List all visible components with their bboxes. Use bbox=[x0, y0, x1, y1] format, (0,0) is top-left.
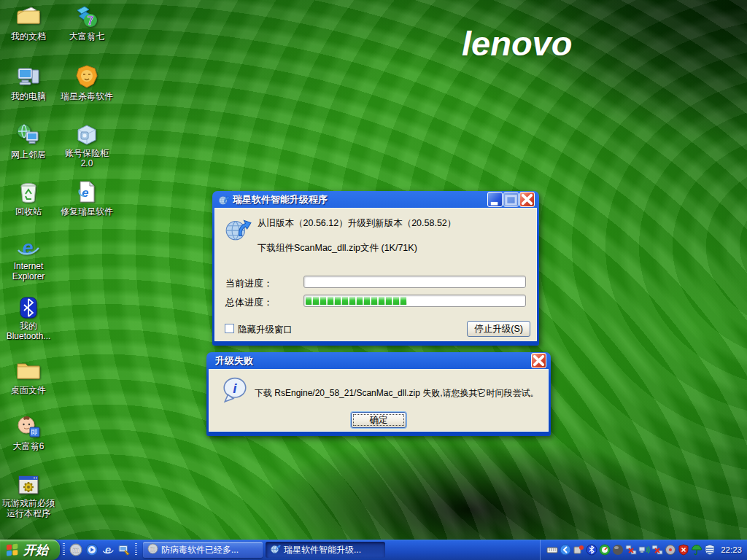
ie-small-quicklaunch-icon[interactable]: e bbox=[101, 543, 115, 556]
tray-icon-area bbox=[546, 544, 716, 556]
quick-launch-bar: me bbox=[68, 543, 132, 556]
download-line: 下载组件ScanMac_dll.zip文件 (1K/71K) bbox=[258, 242, 417, 254]
upgrade-failed-title: 升级失败 bbox=[215, 354, 530, 368]
repair-rising-icon: e bbox=[58, 179, 115, 204]
task-button-area: m防病毒软件已经多...瑞星软件智能升级... bbox=[140, 542, 385, 558]
minimize-icon bbox=[488, 192, 502, 206]
desktop-icon-label: 我的电脑 bbox=[11, 91, 46, 101]
network-offline-tray-icon[interactable] bbox=[625, 544, 637, 556]
desktop-icon-label: 桌面文件 bbox=[11, 385, 46, 395]
maxthon-quicklaunch-icon[interactable]: m bbox=[69, 543, 82, 556]
close-icon bbox=[520, 192, 534, 206]
rising-umbrella-tray-icon[interactable] bbox=[691, 544, 703, 556]
rising-shield-tray-icon[interactable] bbox=[704, 544, 716, 556]
desktop-icon-account-safe[interactable]: 账号保险柜2.0 bbox=[58, 122, 115, 169]
account-safe-icon bbox=[58, 122, 115, 147]
globe-small-icon bbox=[270, 543, 281, 556]
quicklaunch-handle[interactable] bbox=[63, 543, 65, 556]
desktop-files-icon bbox=[0, 358, 57, 383]
network-offline2-tray-icon[interactable] bbox=[651, 544, 663, 556]
start-button-label: 开始 bbox=[23, 542, 48, 559]
network-places-icon bbox=[0, 122, 57, 147]
svg-text:m: m bbox=[73, 546, 80, 554]
show-desktop-quicklaunch-icon[interactable] bbox=[117, 543, 131, 556]
my-bluetooth-icon bbox=[0, 295, 57, 320]
hide-window-checkbox[interactable] bbox=[225, 324, 234, 333]
ok-button[interactable]: 确定 bbox=[351, 412, 406, 428]
desktop-icon-label: 账号保险柜2.0 bbox=[65, 148, 109, 168]
total-progress-bar bbox=[303, 295, 526, 307]
collapse-chevron-tray-icon[interactable] bbox=[560, 544, 571, 556]
desktop-icon-desktop-files[interactable]: 桌面文件 bbox=[0, 358, 57, 396]
start-button[interactable]: 开始 bbox=[0, 540, 60, 560]
desktop-icon-pre-game-program[interactable]: 玩游戏前必须运行本程序 bbox=[0, 472, 57, 519]
desktop-icon-network-places[interactable]: 网上邻居 bbox=[0, 122, 57, 160]
dialog-close-button[interactable] bbox=[531, 353, 546, 368]
security-alert-shield-tray-icon[interactable] bbox=[678, 544, 689, 556]
desktop-icon-label: 回收站 bbox=[15, 206, 42, 217]
my-computer-icon bbox=[0, 64, 57, 89]
desktop-icon-label: 大富翁6 bbox=[13, 441, 44, 451]
taskbar: 开始 me m防病毒软件已经多...瑞星软件智能升级... 22:23 bbox=[0, 540, 747, 560]
upgrade-failed-dialog: 升级失败 i 下载 RsEngine/20_58_21/ScanMac_dll.… bbox=[206, 352, 551, 436]
desktop-icon-rising-antivirus[interactable]: 瑞星杀毒软件 bbox=[58, 64, 115, 102]
desktop-icon-label: InternetExplorer bbox=[12, 261, 45, 281]
version-line: 从旧版本（20.56.12）升级到新版本（20.58.52） bbox=[258, 217, 456, 230]
close-icon bbox=[532, 354, 546, 368]
svg-text:e: e bbox=[82, 186, 88, 200]
taskbar-button-1[interactable]: m防病毒软件已经多... bbox=[143, 542, 263, 558]
desktop-icon-repair-rising[interactable]: e修复瑞星软件 bbox=[58, 179, 115, 217]
device-error-tray-icon[interactable] bbox=[573, 544, 584, 556]
keyboard-tray-icon[interactable] bbox=[546, 544, 558, 556]
stop-upgrade-button[interactable]: 停止升级(S) bbox=[467, 321, 530, 337]
total-progress-fill bbox=[306, 297, 407, 305]
desktop-icon-label: 我的Bluetooth... bbox=[7, 321, 51, 341]
system-tray: 22:23 bbox=[540, 540, 747, 560]
monitor-gauge-tray-icon[interactable] bbox=[599, 544, 611, 556]
taskbar-button-label: 防病毒软件已经多... bbox=[161, 544, 239, 556]
my-documents-icon bbox=[0, 4, 57, 29]
upgrade-window-title: 瑞星软件智能升级程序 bbox=[233, 193, 487, 206]
maximize-button bbox=[503, 192, 519, 207]
minimize-button[interactable] bbox=[487, 192, 503, 207]
current-progress-label: 当前进度： bbox=[225, 277, 273, 290]
internet-explorer-icon: e bbox=[0, 236, 57, 260]
audio-monitor-tray-icon[interactable] bbox=[638, 544, 650, 556]
desktop-icon-monopoly-7[interactable]: 7大富翁七 bbox=[58, 4, 115, 42]
total-progress-label: 总体进度： bbox=[225, 296, 273, 309]
media-player-quicklaunch-icon[interactable] bbox=[85, 543, 98, 556]
svg-text:m: m bbox=[150, 545, 156, 553]
desktop-icon-recycle-bin[interactable]: 回收站 bbox=[0, 179, 57, 217]
rising-antivirus-icon bbox=[58, 64, 115, 89]
close-button[interactable] bbox=[519, 192, 535, 207]
updater-globe-icon bbox=[218, 194, 230, 206]
pre-game-program-icon bbox=[0, 472, 57, 497]
desktop-icon-my-documents[interactable]: 我的文档 bbox=[0, 4, 57, 42]
maxthon-icon: m bbox=[147, 543, 158, 556]
cd-player-tray-icon[interactable] bbox=[665, 544, 676, 556]
taskband-handle[interactable] bbox=[135, 543, 137, 556]
desktop-icon-monopoly-6[interactable]: 即大富翁6 bbox=[0, 414, 57, 452]
desktop-icon-my-bluetooth[interactable]: 我的Bluetooth... bbox=[0, 295, 57, 342]
desktop-icon-my-computer[interactable]: 我的电脑 bbox=[0, 64, 57, 102]
desktop-icon-label: 玩游戏前必须运行本程序 bbox=[2, 498, 55, 518]
upgrade-window: 瑞星软件智能升级程序 从旧版本（20.56.12）升级到新版本（20.58.52… bbox=[212, 191, 539, 346]
upgrade-failed-titlebar[interactable]: 升级失败 bbox=[209, 352, 549, 369]
desktop-icon-internet-explorer[interactable]: eInternetExplorer bbox=[0, 236, 57, 282]
bluetooth-tray-tray-icon[interactable] bbox=[586, 544, 597, 556]
maximize-icon bbox=[504, 192, 518, 206]
clock[interactable]: 22:23 bbox=[721, 545, 742, 554]
upgrade-window-titlebar[interactable]: 瑞星软件智能升级程序 bbox=[214, 191, 537, 208]
update-globe-icon bbox=[224, 215, 252, 243]
lenovo-logo: lenovo bbox=[462, 23, 572, 63]
sphere-tray-icon[interactable] bbox=[612, 544, 624, 556]
desktop-icon-label: 瑞星杀毒软件 bbox=[61, 91, 113, 101]
windows-flag-icon bbox=[5, 542, 20, 557]
desktop-icon-label: 我的文档 bbox=[11, 31, 46, 42]
monopoly-6-icon: 即 bbox=[0, 414, 57, 439]
taskbar-button-2[interactable]: 瑞星软件智能升级... bbox=[266, 542, 385, 558]
desktop: lenovo 我的文档7大富翁七我的电脑瑞星杀毒软件网上邻居账号保险柜2.0回收… bbox=[0, 0, 747, 560]
monopoly-7-icon: 7 bbox=[58, 4, 115, 29]
current-progress-bar bbox=[303, 276, 526, 288]
desktop-icon-label: 大富翁七 bbox=[69, 31, 104, 42]
